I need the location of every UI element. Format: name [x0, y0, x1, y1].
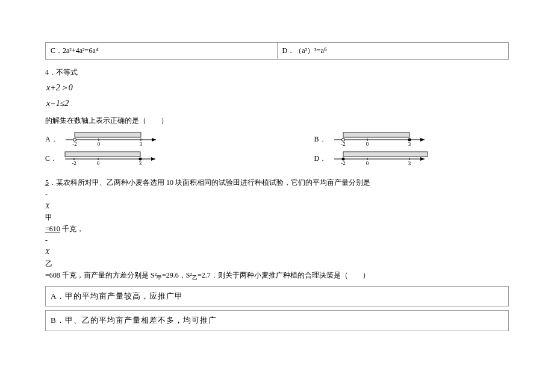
q5-sub-jia: 甲 — [157, 275, 162, 281]
option-letter-c: C． — [45, 153, 57, 164]
svg-text:-2: -2 — [341, 141, 346, 147]
option-letter-a: A． — [45, 134, 58, 145]
q5-xbar-jia-sub: 甲 — [45, 212, 509, 223]
q5-xbar-jia-x: X — [45, 201, 509, 212]
q3-option-c: C．2a²+4a²=6a⁴ — [46, 43, 278, 59]
q4-option-c: C． -2 0 3 — [45, 151, 314, 166]
q4-label: 4．不等式 — [45, 67, 509, 78]
q4-options-grid: A． -2 0 3 B． -2 0 3 C． — [45, 131, 509, 166]
q5-option-b: B．甲、乙的平均亩产量相差不多，均可推广 — [45, 310, 509, 331]
number-line-b-icon: -2 0 3 — [331, 131, 434, 147]
number-line-c-icon: -2 0 3 — [62, 151, 164, 166]
q3-option-d: D．（a²）³=a⁶ — [278, 43, 509, 59]
q3-cd-row: C．2a²+4a²=6a⁴ D．（a²）³=a⁶ — [45, 42, 509, 60]
option-letter-d: D． — [314, 153, 327, 164]
svg-text:-2: -2 — [72, 160, 76, 166]
option-letter-b: B． — [314, 134, 326, 145]
svg-rect-18 — [65, 152, 140, 157]
svg-text:3: 3 — [139, 141, 142, 147]
q5-s1val: =29.6，S² — [162, 271, 192, 279]
svg-text:3: 3 — [408, 141, 411, 147]
q5-lead-text: ．某农科所对甲、乙两种小麦各选用 10 块面积相同的试验田进行种植试验，它们的平… — [49, 178, 370, 187]
q5-eq1-unit: 千克， — [60, 225, 84, 233]
svg-rect-9 — [343, 132, 409, 137]
q5-xbar-yi-bar: - — [45, 235, 509, 246]
svg-text:0: 0 — [97, 141, 100, 147]
svg-text:-2: -2 — [341, 160, 346, 166]
svg-text:3: 3 — [139, 160, 142, 166]
q5-option-a: A．甲的平均亩产量较高，应推广甲 — [45, 286, 509, 307]
svg-text:0: 0 — [366, 160, 369, 166]
q5-eq1-prefix: =610 — [45, 225, 60, 233]
svg-marker-11 — [420, 138, 425, 142]
q4-option-a: A． -2 0 3 — [45, 131, 314, 147]
q4-inequality-1: x+2＞0 — [45, 81, 509, 95]
svg-marker-20 — [151, 157, 155, 161]
q5-sub-yi: 乙 — [192, 275, 198, 281]
q5-xbar-yi-sub: 乙 — [45, 258, 509, 270]
svg-marker-2 — [152, 138, 156, 142]
q5-xbar-jia-bar: - — [45, 189, 509, 201]
svg-text:0: 0 — [366, 141, 369, 147]
q4-tail-text: 的解集在数轴上表示正确的是（ ） — [45, 115, 509, 126]
q5-variance-line: =608 千克，亩产量的方差分别是 S²甲=29.6，S²乙=2.7．则关于两种… — [45, 270, 509, 282]
number-line-a-icon: -2 0 3 — [63, 131, 165, 147]
svg-marker-29 — [420, 157, 425, 161]
q5-eq2: =608 千克，亩产量的方差分别是 S² — [45, 271, 157, 279]
q4-option-d: D． -2 0 3 — [314, 151, 509, 166]
number-line-d-icon: -2 0 3 — [331, 151, 434, 166]
q5-s2val: =2.7．则关于两种小麦推广种植的合理决策是（ ） — [198, 271, 370, 279]
q4-inequality-2: x−1≤2 — [45, 97, 509, 110]
svg-rect-0 — [75, 132, 141, 137]
q5-xbar-yi-x: X — [45, 246, 509, 258]
svg-text:3: 3 — [408, 160, 411, 166]
svg-text:-2: -2 — [72, 141, 77, 147]
q4-option-b: B． -2 0 3 — [314, 131, 509, 147]
svg-text:0: 0 — [97, 160, 100, 166]
svg-rect-27 — [343, 152, 428, 157]
